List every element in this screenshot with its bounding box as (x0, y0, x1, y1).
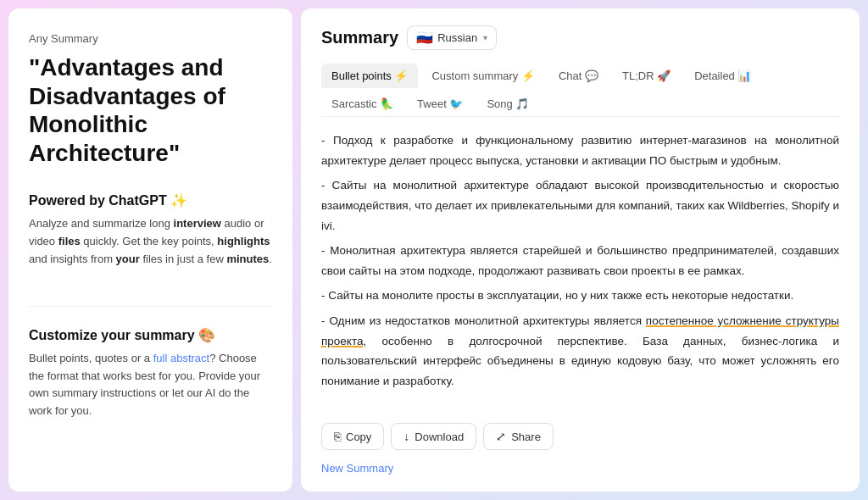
share-button[interactable]: ⤢ Share (483, 423, 554, 450)
tab-tldr[interactable]: TL;DR 🚀 (612, 64, 681, 88)
highlight-your: your (116, 253, 140, 265)
content-line-5: - Одним из недостатков монолитной архите… (321, 311, 839, 392)
highlight-files: files (58, 235, 81, 247)
content-line-2: - Сайты на монолитной архитектуре облада… (321, 175, 839, 236)
highlighted-phrase: постепенное усложнение структуры проекта (321, 314, 839, 347)
powered-body: Analyze and summarize long interview aud… (29, 215, 272, 268)
share-icon: ⤢ (496, 430, 506, 443)
left-panel: Any Summary "Advantages and Disadvantage… (8, 8, 292, 492)
powered-heading: Powered by ChatGPT ✨ (29, 192, 272, 208)
share-label: Share (511, 431, 541, 443)
copy-icon: ⎘ (334, 430, 341, 443)
new-summary-link[interactable]: New Summary (321, 462, 839, 475)
tab-detailed[interactable]: Detailed 📊 (684, 64, 761, 88)
copy-label: Copy (346, 431, 371, 443)
tab-chat[interactable]: Chat 💬 (548, 64, 609, 88)
tab-custom-summary[interactable]: Custom summary ⚡ (421, 64, 544, 88)
main-title: "Advantages and Disadvantages of Monolit… (29, 53, 272, 167)
lang-name: Russian (437, 31, 477, 44)
tab-sarcastic[interactable]: Sarcastic 🦜 (321, 92, 403, 116)
highlight-highlights: highlights (217, 235, 270, 247)
full-abstract-link[interactable]: full abstract (153, 352, 209, 364)
action-bar: ⎘ Copy ↓ Download ⤢ Share (321, 423, 839, 450)
any-summary-label: Any Summary (29, 32, 272, 45)
highlight-interview: interview (174, 217, 221, 230)
download-button[interactable]: ↓ Download (391, 423, 476, 450)
summary-title: Summary (321, 28, 398, 47)
download-label: Download (415, 431, 464, 443)
copy-button[interactable]: ⎘ Copy (321, 423, 384, 450)
tab-bar: Bullet points ⚡ Custom summary ⚡ Chat 💬 … (321, 64, 839, 117)
highlight-minutes: minutes (226, 253, 269, 265)
customize-heading: Customize your summary 🎨 (29, 327, 272, 343)
customize-section: Customize your summary 🎨 Bullet points, … (29, 306, 272, 420)
powered-section: Powered by ChatGPT ✨ Analyze and summari… (29, 192, 272, 268)
language-selector[interactable]: 🇷🇺 Russian ▾ (407, 25, 497, 50)
download-icon: ↓ (403, 430, 409, 443)
flag-icon: 🇷🇺 (416, 30, 433, 46)
tab-song[interactable]: Song 🎵 (476, 92, 539, 116)
content-line-4: - Сайты на монолите просты в эксплуатаци… (321, 286, 839, 306)
chevron-down-icon: ▾ (483, 33, 487, 42)
right-panel: Summary 🇷🇺 Russian ▾ Bullet points ⚡ Cus… (301, 8, 860, 492)
content-line-3: - Монолитная архитектура является старей… (321, 241, 839, 281)
content-line-1: - Подход к разработке и функциональному … (321, 131, 839, 170)
tab-tweet[interactable]: Tweet 🐦 (407, 92, 473, 116)
tab-bullet-points[interactable]: Bullet points ⚡ (321, 64, 418, 88)
summary-header: Summary 🇷🇺 Russian ▾ (321, 25, 839, 50)
customize-body: Bullet points, quotes or a full abstract… (29, 350, 272, 420)
summary-content: - Подход к разработке и функциональному … (321, 131, 839, 409)
